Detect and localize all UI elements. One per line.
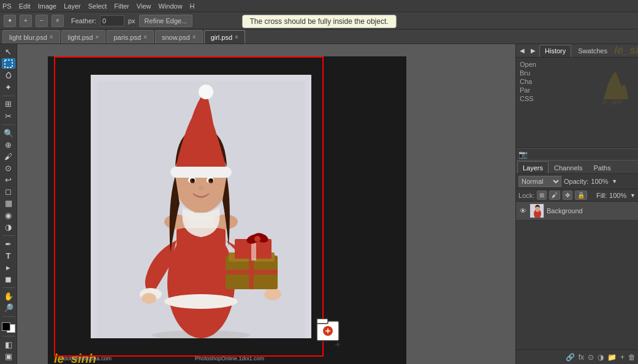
tab-channels[interactable]: Channels (549, 161, 588, 173)
close-tab-icon[interactable]: × (50, 34, 53, 40)
menu-filter[interactable]: Filter (114, 2, 129, 10)
path-select[interactable]: ▸ (2, 262, 15, 273)
screen-mode[interactable]: ▣ (2, 351, 15, 362)
menu-window[interactable]: Window (158, 2, 182, 10)
canvas-area[interactable]: le_sinh le_sinh AdobePhotopea.com Pho (17, 44, 515, 364)
layer-item-background[interactable]: 👁 Background (516, 202, 638, 221)
feather-input[interactable] (100, 15, 124, 26)
menu-bar: PS Edit Image Layer Select Filter View W… (0, 0, 638, 12)
menu-image[interactable]: Image (38, 2, 57, 10)
tab-label: snow.psd (162, 34, 190, 41)
watermark-right: PhotoshopOnline.1doi1.com (195, 355, 264, 362)
separator (2, 124, 15, 125)
foreground-color[interactable] (2, 322, 10, 331)
eyedropper-tool[interactable]: 🔍 (2, 127, 15, 138)
move-tool[interactable]: ↖ (2, 47, 15, 57)
separator (2, 316, 15, 317)
separator (2, 287, 15, 288)
gradient-tool[interactable]: ▦ (2, 198, 15, 208)
refine-edge-button[interactable]: Refine Edge... (139, 15, 193, 27)
menu-edit[interactable]: Edit (19, 2, 31, 10)
lock-transparent-icon[interactable]: ⊞ (537, 191, 547, 200)
main-area: ↖ ✦ ⊞ ✂ 🔍 ⊕ 🖌 ⊙ ↩ ◻ ▦ ◉ ◑ ✒ T ▸ ◼ ✋ 🔎 (0, 44, 638, 364)
add-mask-icon[interactable]: ⊙ (588, 353, 594, 362)
separator (2, 235, 15, 236)
tab-light[interactable]: light.psd × (61, 30, 106, 44)
tab-swatches[interactable]: Swatches (572, 45, 613, 57)
svg-rect-4 (177, 228, 226, 301)
tabs-bar: light blur.psd × light.psd × paris.psd ×… (0, 29, 638, 44)
magic-wand-icon[interactable]: ✦ (4, 15, 16, 27)
selection-tool[interactable] (2, 58, 15, 69)
add-style-icon[interactable]: fx (579, 353, 584, 362)
history-brush[interactable]: ↩ (2, 175, 15, 185)
heal-tool[interactable]: ⊕ (2, 140, 15, 150)
collapse-arrow-right[interactable]: ▶ (528, 47, 538, 54)
close-tab-icon[interactable]: × (96, 34, 99, 40)
info-row-bru: Bru (520, 69, 634, 77)
eraser-tool[interactable]: ◻ (2, 186, 15, 197)
lock-label: Lock: (518, 192, 534, 199)
close-tab-icon[interactable]: × (192, 34, 196, 40)
text-tool[interactable]: T (2, 251, 15, 261)
clone-tool[interactable]: ⊙ (2, 163, 15, 173)
svg-point-26 (192, 179, 194, 181)
opacity-arrow[interactable]: ▼ (612, 178, 617, 184)
left-toolbar: ↖ ✦ ⊞ ✂ 🔍 ⊕ 🖌 ⊙ ↩ ◻ ▦ ◉ ◑ ✒ T ▸ ◼ ✋ 🔎 (0, 44, 17, 364)
link-layers-icon[interactable]: 🔗 (566, 353, 575, 362)
menu-view[interactable]: View (137, 2, 151, 10)
lock-all-icon[interactable]: 🔒 (575, 191, 587, 200)
svg-point-5 (164, 294, 238, 309)
shape-tool[interactable]: ◼ (2, 274, 15, 284)
svg-rect-0 (5, 60, 12, 67)
tab-history[interactable]: History (539, 45, 571, 57)
new-layer-icon[interactable]: + (620, 353, 625, 362)
color-swatches[interactable] (2, 322, 15, 333)
tooltip-bubble: The cross should be fully inside the obj… (241, 15, 396, 28)
tab-girl[interactable]: girl.psd × (204, 30, 245, 44)
close-tab-icon[interactable]: × (235, 34, 238, 40)
tab-label: light blur.psd (9, 34, 47, 41)
new-adjustment-icon[interactable]: ◑ (598, 353, 604, 362)
lock-move-icon[interactable]: ✥ (563, 191, 572, 200)
separator (2, 96, 15, 96)
lasso-tool[interactable] (2, 70, 15, 80)
new-group-icon[interactable]: 📁 (607, 353, 617, 362)
zoom-tool[interactable]: 🔎 (2, 303, 15, 313)
tab-label: light.psd (68, 34, 93, 41)
tab-paris[interactable]: paris.psd × (107, 30, 153, 44)
tab-layers[interactable]: Layers (517, 161, 549, 173)
tab-light-blur[interactable]: light blur.psd × (2, 30, 60, 44)
menu-select[interactable]: Select (88, 2, 107, 10)
fill-arrow[interactable]: ▼ (630, 192, 636, 199)
add-selection-icon[interactable]: + (20, 15, 32, 27)
brush-tool[interactable]: 🖌 (2, 151, 15, 162)
intersect-selection-icon[interactable]: × (51, 15, 64, 27)
info-label-bru: Bru (520, 69, 530, 77)
info-label-par: Par (520, 86, 530, 94)
info-label-css: CSS (520, 95, 534, 102)
blur-tool[interactable]: ◉ (2, 210, 15, 221)
pen-tool[interactable]: ✒ (2, 239, 15, 249)
layer-visibility-eye[interactable]: 👁 (518, 207, 527, 215)
watermark-left: AdobePhotopea.com (60, 355, 112, 362)
close-tab-icon[interactable]: × (143, 34, 147, 40)
delete-layer-icon[interactable]: 🗑 (628, 353, 636, 362)
collapse-arrow-left[interactable]: ◀ (517, 47, 527, 54)
crop-tool[interactable]: ⊞ (2, 99, 15, 109)
opacity-value: 100% (591, 178, 609, 185)
magic-wand-tool[interactable]: ✦ (2, 82, 15, 92)
hand-tool[interactable]: ✋ (2, 291, 15, 301)
menu-ps[interactable]: PS (2, 2, 12, 10)
tab-snow[interactable]: snow.psd × (155, 30, 203, 44)
girl-image (97, 81, 305, 338)
mask-mode[interactable]: ◧ (2, 339, 15, 350)
menu-help[interactable]: H (190, 2, 195, 10)
dodge-tool[interactable]: ◑ (2, 222, 15, 232)
lock-paint-icon[interactable]: 🖌 (549, 191, 560, 200)
menu-layer[interactable]: Layer (64, 2, 81, 10)
blend-mode-select[interactable]: Normal Multiply Screen (518, 176, 561, 187)
slice-tool[interactable]: ✂ (2, 111, 15, 121)
subtract-selection-icon[interactable]: − (36, 15, 48, 27)
tab-paths[interactable]: Paths (588, 161, 617, 173)
